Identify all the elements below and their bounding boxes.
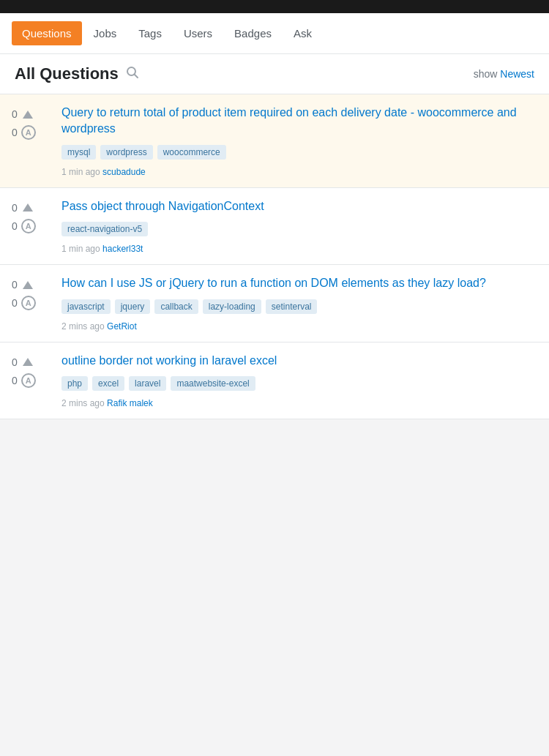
question-tags: react-navigation-v5 — [61, 222, 537, 236]
upvote-icon[interactable] — [21, 356, 34, 369]
upvote-icon[interactable] — [21, 108, 34, 121]
tag[interactable]: jquery — [115, 299, 151, 314]
show-newest: show Newest — [474, 68, 534, 80]
vote-row: 0 — [12, 108, 34, 121]
question-content: Query to return total of product item re… — [56, 105, 537, 177]
answer-row: 0 A — [12, 219, 36, 233]
page-title-row: All Questions — [15, 64, 139, 83]
question-content: How can I use JS or jQuery to run a func… — [56, 275, 537, 331]
tag[interactable]: mysql — [61, 145, 96, 160]
question-tags: mysqlwordpresswoocommerce — [61, 145, 537, 160]
question-stats: 0 0 A — [12, 105, 56, 177]
nav-item-questions[interactable]: Questions — [12, 21, 82, 45]
answer-count: 0 — [12, 297, 18, 309]
nav-item-users[interactable]: Users — [173, 21, 223, 45]
tag[interactable]: php — [61, 376, 88, 391]
tag[interactable]: woocommerce — [157, 145, 226, 160]
vote-count: 0 — [12, 202, 18, 214]
newest-link[interactable]: Newest — [500, 68, 534, 80]
question-content: Pass object through NavigationContext re… — [56, 198, 537, 254]
answer-count: 0 — [12, 127, 18, 138]
answer-bubble-icon: A — [21, 296, 36, 310]
questions-list: 0 0 A Query to return total of product i… — [0, 94, 549, 419]
question-title[interactable]: Pass object through NavigationContext — [61, 198, 537, 214]
nav-item-ask[interactable]: Ask — [283, 21, 322, 45]
answer-row: 0 A — [12, 125, 36, 140]
svg-line-1 — [134, 74, 138, 78]
tag[interactable]: javascript — [61, 299, 111, 314]
vote-count: 0 — [12, 279, 18, 291]
question-meta: 2 mins ago Rafik malek — [61, 398, 537, 408]
question-tags: phpexcellaravelmaatwebsite-excel — [61, 376, 537, 391]
vote-row: 0 — [12, 356, 34, 369]
nav-items: Questions Jobs Tags Users Badges Ask — [12, 21, 322, 45]
tag[interactable]: laravel — [129, 376, 166, 391]
question-author[interactable]: hackerl33t — [102, 244, 143, 254]
question-author[interactable]: scubadude — [102, 167, 146, 177]
vote-count: 0 — [12, 108, 18, 120]
nav-item-badges[interactable]: Badges — [224, 21, 282, 45]
answer-row: 0 A — [12, 296, 36, 310]
question-content: outline border not working in laravel ex… — [56, 353, 537, 408]
tag[interactable]: lazy-loading — [203, 299, 261, 314]
answer-count: 0 — [12, 220, 18, 232]
question-title[interactable]: How can I use JS or jQuery to run a func… — [61, 275, 537, 291]
answer-bubble-icon: A — [21, 219, 36, 233]
question-meta: 1 min ago hackerl33t — [61, 244, 537, 254]
tag[interactable]: wordpress — [100, 145, 152, 160]
question-title[interactable]: outline border not working in laravel ex… — [61, 353, 537, 369]
question-stats: 0 0 A — [12, 198, 56, 254]
question-item: 0 0 A How can I use JS or jQuery to run … — [0, 265, 549, 342]
search-icon[interactable] — [126, 66, 139, 83]
question-author[interactable]: GetRiot — [107, 321, 137, 332]
tag[interactable]: setinterval — [266, 299, 318, 314]
question-stats: 0 0 A — [12, 275, 56, 331]
vote-row: 0 — [12, 278, 34, 291]
question-meta: 1 min ago scubadude — [61, 167, 537, 177]
question-tags: javascriptjquerycallbacklazy-loadingseti… — [61, 299, 537, 314]
question-author[interactable]: Rafik malek — [107, 398, 153, 408]
upvote-icon[interactable] — [21, 278, 34, 291]
answer-bubble-icon: A — [21, 373, 36, 388]
page-header: All Questions show Newest — [0, 54, 549, 94]
vote-row: 0 — [12, 201, 34, 214]
vote-count: 0 — [12, 356, 18, 368]
tag[interactable]: maatwebsite-excel — [171, 376, 255, 391]
question-meta: 2 mins ago GetRiot — [61, 321, 537, 332]
question-item: 0 0 A Query to return total of product i… — [0, 94, 549, 188]
answer-row: 0 A — [12, 373, 36, 388]
answer-bubble-icon: A — [21, 125, 36, 140]
main-nav: Questions Jobs Tags Users Badges Ask — [0, 13, 549, 54]
nav-item-jobs[interactable]: Jobs — [83, 21, 127, 45]
upvote-icon[interactable] — [21, 201, 34, 214]
page-title: All Questions — [15, 64, 119, 83]
tag[interactable]: callback — [154, 299, 198, 314]
question-item: 0 0 A Pass object through NavigationCont… — [0, 188, 549, 265]
question-stats: 0 0 A — [12, 353, 56, 408]
answer-count: 0 — [12, 375, 18, 386]
question-title[interactable]: Query to return total of product item re… — [61, 105, 537, 138]
question-item: 0 0 A outline border not working in lara… — [0, 343, 549, 419]
tag[interactable]: react-navigation-v5 — [61, 222, 148, 236]
nav-item-tags[interactable]: Tags — [128, 21, 172, 45]
tag[interactable]: excel — [92, 376, 124, 391]
top-bar — [0, 0, 549, 13]
